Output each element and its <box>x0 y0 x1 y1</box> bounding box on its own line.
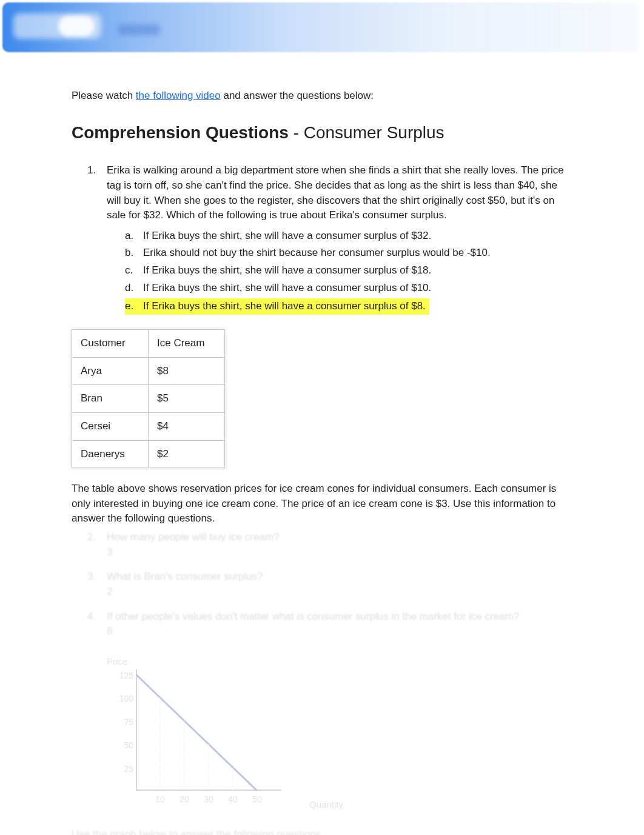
table-row: Bran$5 <box>72 385 225 413</box>
y-tick: 100 <box>113 692 133 705</box>
choice-text: Erika should not buy the shirt because h… <box>143 247 491 258</box>
x-tick: 10 <box>151 793 169 814</box>
choice-letter: e. <box>125 299 139 314</box>
choice-text: If Erika buys the shirt, she will have a… <box>143 230 431 241</box>
video-link[interactable]: the following video <box>136 90 221 101</box>
table-cell: Daenerys <box>72 440 149 468</box>
chart-xlabel: Quantity <box>309 798 343 811</box>
question-1: 1. Erika is walking around a big departm… <box>89 163 572 316</box>
answer-choice: a.If Erika buys the shirt, she will have… <box>125 228 572 244</box>
table-header: Customer <box>72 330 149 358</box>
title-rest: - Consumer Surplus <box>289 123 444 142</box>
y-tick: 25 <box>113 763 133 775</box>
q1-text: Erika is walking around a big department… <box>107 164 564 221</box>
choice-text: If Erika buys the shirt, she will have a… <box>143 282 431 293</box>
table-cell: $8 <box>149 357 225 385</box>
choice-letter: d. <box>125 281 139 296</box>
answer-choice: d.If Erika buys the shirt, she will have… <box>125 280 572 297</box>
table-cell: Cersei <box>72 412 149 440</box>
table-row: Daenerys$2 <box>72 440 225 468</box>
graph-caption: Use the graph below to answer the follow… <box>72 827 572 835</box>
x-tick: 20 <box>175 793 193 814</box>
table-cell: Bran <box>72 385 149 413</box>
chart-ylabel: Price <box>107 655 127 668</box>
document-body: Please watch the following video and ans… <box>0 52 644 835</box>
nav-word <box>118 24 160 35</box>
page-title: Comprehension Questions - Consumer Surpl… <box>72 121 572 146</box>
x-tick: 30 <box>200 793 218 814</box>
x-tick: 50 <box>248 793 266 814</box>
choice-text: If Erika buys the shirt, she will have a… <box>143 264 431 276</box>
title-bold: Comprehension Questions <box>72 123 289 142</box>
y-tick: 125 <box>113 669 133 682</box>
table-cell: $2 <box>149 440 225 468</box>
table-cell: Arya <box>72 357 149 385</box>
answer-choice: c.If Erika buys the shirt, she will have… <box>125 263 572 279</box>
answer-choice: e.If Erika buys the shirt, she will have… <box>125 298 429 315</box>
table-cell: $5 <box>149 385 225 413</box>
intro-paragraph: Please watch the following video and ans… <box>72 89 572 104</box>
y-tick: 75 <box>113 716 133 728</box>
intro-suffix: and answer the questions below: <box>221 90 374 101</box>
table-row: Arya$8 <box>72 357 225 385</box>
intro-prefix: Please watch <box>72 90 136 101</box>
choice-letter: a. <box>125 229 139 244</box>
y-tick: 50 <box>113 739 133 751</box>
cloud-icon <box>58 16 95 36</box>
choice-letter: b. <box>125 246 139 261</box>
x-tick: 40 <box>224 793 242 814</box>
question-3: 3. What is Bran's consumer surplus? 2 <box>89 569 572 599</box>
chart-svg <box>136 669 281 791</box>
demand-chart: Price 255075100125 1020304050 Quantity <box>107 655 307 813</box>
table-cell: $4 <box>149 412 225 440</box>
q1-number: 1. <box>87 163 102 178</box>
answer-choice: b.Erika should not buy the shirt because… <box>125 245 572 261</box>
reservation-price-table: CustomerIce Cream Arya$8Bran$5Cersei$4Da… <box>72 329 225 468</box>
choice-text: If Erika buys the shirt, she will have a… <box>143 300 426 312</box>
choice-letter: c. <box>125 263 139 278</box>
table-header: Ice Cream <box>149 330 225 358</box>
question-4: 4. If other people's values don't matter… <box>89 609 572 639</box>
table-caption: The table above shows reservation prices… <box>72 481 572 526</box>
table-row: Cersei$4 <box>72 412 225 440</box>
svg-line-0 <box>136 674 257 791</box>
question-2: 2. How many people will buy ice cream? 3 <box>89 530 572 560</box>
app-top-bar <box>2 2 639 52</box>
